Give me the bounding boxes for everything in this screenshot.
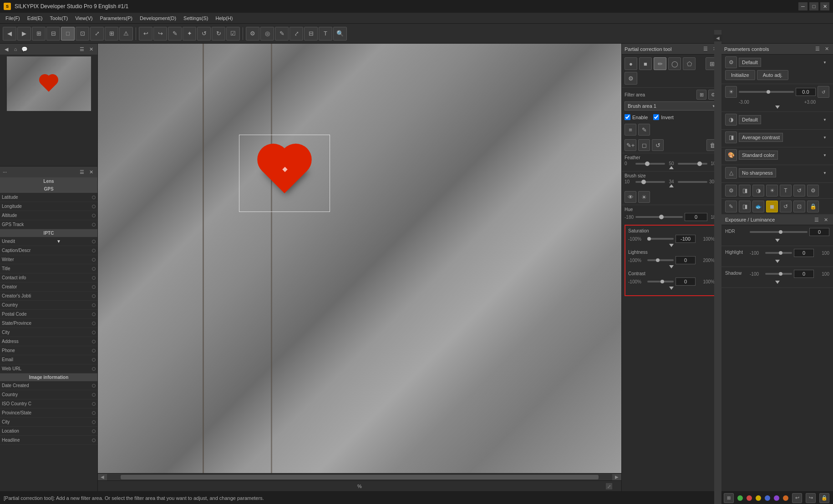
toolbar-rotate-ccw[interactable]: ↺ — [197, 27, 211, 40]
close-button[interactable]: ✕ — [820, 2, 829, 10]
exposure-icon[interactable]: ☀ — [725, 86, 737, 98]
it1-btn6[interactable]: ↺ — [793, 185, 805, 197]
toolbar-grid[interactable]: ⊞ — [105, 27, 118, 40]
con-thumb[interactable] — [660, 280, 664, 283]
toolbar-print[interactable]: T — [319, 27, 332, 40]
toolbar-brush[interactable]: ✎ — [275, 27, 289, 40]
exposure-reset-icon[interactable]: ↺ — [818, 86, 829, 98]
toolbar-rotate-cw[interactable]: ↻ — [212, 27, 225, 40]
preset-dropdown[interactable]: Default — [739, 58, 761, 67]
light-thumb[interactable] — [656, 258, 660, 262]
sat-thumb[interactable] — [647, 237, 651, 241]
minimize-button[interactable]: ─ — [798, 2, 808, 10]
exp-lum-section-header[interactable]: Exposure / Luminance ☰ ✕ — [721, 215, 833, 225]
paint-tool-add[interactable]: ✎+ — [625, 139, 636, 151]
brush-thumb[interactable] — [641, 180, 646, 184]
invert-checkbox[interactable] — [653, 114, 659, 120]
panel-comment[interactable]: 💬 — [21, 45, 28, 53]
menu-development[interactable]: Development(D) — [136, 14, 180, 22]
sat-track[interactable] — [647, 238, 674, 240]
paint-tool-erase[interactable]: ◻ — [638, 139, 650, 151]
toolbar-export[interactable]: ⤤ — [290, 27, 303, 40]
sat-value-box[interactable]: -100 — [676, 235, 696, 243]
exposure-track[interactable] — [739, 91, 794, 93]
image-viewport[interactable] — [98, 44, 621, 473]
color-icon[interactable]: 🎨 — [725, 149, 737, 161]
area-name-dropdown[interactable]: Brush area 1 — [625, 101, 718, 111]
exp-lum-close[interactable]: ✕ — [822, 216, 829, 223]
feather-thumb[interactable] — [645, 161, 650, 166]
scrollbar-thumb[interactable] — [121, 475, 599, 479]
it1-btn5[interactable]: T — [780, 185, 792, 197]
menu-edit[interactable]: Edit(E) — [24, 14, 46, 22]
brightness-icon[interactable]: ◑ — [725, 114, 737, 126]
it1-btn4[interactable]: ☀ — [766, 185, 778, 197]
metadata-close[interactable]: ✕ — [87, 168, 95, 176]
exp-lum-menu[interactable]: ☰ — [813, 216, 820, 223]
toolbar-warning[interactable]: ⚠ — [119, 27, 133, 40]
status-lock[interactable]: 🔒 — [819, 493, 829, 503]
it2-btn3[interactable]: 🐟 — [752, 201, 764, 212]
toolbar-develop2[interactable]: ✦ — [183, 27, 196, 40]
highlight-value[interactable]: 0 — [794, 249, 814, 257]
brightness-dropdown[interactable]: Default — [739, 115, 761, 124]
it2-btn4[interactable]: ◼ — [766, 201, 778, 212]
it2-btn7[interactable]: 🔒 — [807, 201, 819, 212]
expand-btn[interactable]: ⤢ — [606, 483, 612, 489]
exposure-value[interactable]: 0.0 — [796, 88, 816, 96]
maximize-button[interactable]: □ — [809, 2, 818, 10]
hdr-value[interactable]: 0 — [809, 228, 829, 236]
brush-track[interactable] — [635, 181, 665, 183]
it2-btn5[interactable]: ↺ — [780, 201, 792, 212]
toolbar-minus[interactable]: ⊟ — [304, 27, 318, 40]
menu-settings[interactable]: Settings(S) — [180, 14, 212, 22]
it2-btn1[interactable]: ✎ — [725, 201, 737, 212]
hue-value-box[interactable]: 0 — [685, 213, 707, 221]
menu-view[interactable]: View(V) — [71, 14, 96, 22]
hue-thumb[interactable] — [659, 215, 664, 219]
selection-rectangle[interactable] — [239, 135, 330, 212]
toolbar-back[interactable]: ◀ — [3, 27, 16, 40]
sub-tool-pen[interactable]: ✎ — [638, 124, 650, 136]
auto-adj-button[interactable]: Auto adj. — [757, 70, 788, 80]
highlight-thumb[interactable] — [779, 251, 782, 255]
view-tool-sun[interactable]: ☀ — [638, 191, 650, 203]
pct-settings-icon[interactable]: ⚙ — [625, 72, 637, 85]
toolbar-layout2[interactable]: ⊟ — [46, 27, 60, 40]
pct-menu[interactable]: ☰ — [702, 45, 709, 53]
it1-btn7[interactable]: ⚙ — [807, 185, 819, 197]
toolbar-eye[interactable]: ◎ — [260, 27, 274, 40]
toolbar-settings[interactable]: ⚙ — [246, 27, 259, 40]
pct-tool-ellipse[interactable]: ◯ — [668, 57, 681, 70]
sharpness-dropdown[interactable]: No sharpness — [739, 168, 776, 177]
preset-settings-icon[interactable]: ⚙ — [725, 56, 737, 68]
pct-tool-brush[interactable]: ✏ — [654, 57, 666, 70]
status-redo[interactable]: ↪ — [806, 493, 816, 503]
feather-track[interactable] — [635, 163, 665, 165]
toolbar-develop1[interactable]: ✎ — [168, 27, 182, 40]
invert-checkbox-label[interactable]: Invert — [653, 114, 674, 120]
color-dropdown[interactable]: Standard color — [739, 151, 778, 160]
shadow-value[interactable]: 0 — [794, 270, 814, 278]
metadata-menu[interactable]: ☰ — [78, 168, 86, 176]
it2-btn6[interactable]: ⊡ — [793, 201, 805, 212]
light-track[interactable] — [647, 259, 674, 261]
it1-btn3[interactable]: ◑ — [752, 185, 764, 197]
panel-close[interactable]: ✕ — [87, 45, 95, 53]
view-tool-eye[interactable]: 👁 — [625, 191, 636, 203]
toolbar-search[interactable]: 🔍 — [333, 27, 347, 40]
shadow-thumb[interactable] — [779, 272, 782, 276]
brush-track-2[interactable] — [678, 181, 707, 183]
feather-track-2[interactable] — [678, 163, 707, 165]
initialize-button[interactable]: Initialize — [725, 70, 755, 80]
paint-tool-reset[interactable]: ↺ — [652, 139, 664, 151]
light-value-box[interactable]: 0 — [676, 256, 696, 264]
filter-area-copy[interactable]: ⊞ — [696, 90, 706, 100]
pct-tool-polygon[interactable]: ⬠ — [683, 57, 696, 70]
params-close[interactable]: ✕ — [823, 45, 830, 53]
hue-track[interactable] — [635, 216, 683, 218]
toolbar-split[interactable]: ⊡ — [76, 27, 89, 40]
menu-file[interactable]: File(F) — [2, 14, 24, 22]
toolbar-forward[interactable]: ▶ — [17, 27, 31, 40]
enable-checkbox-label[interactable]: Enable — [625, 114, 648, 120]
